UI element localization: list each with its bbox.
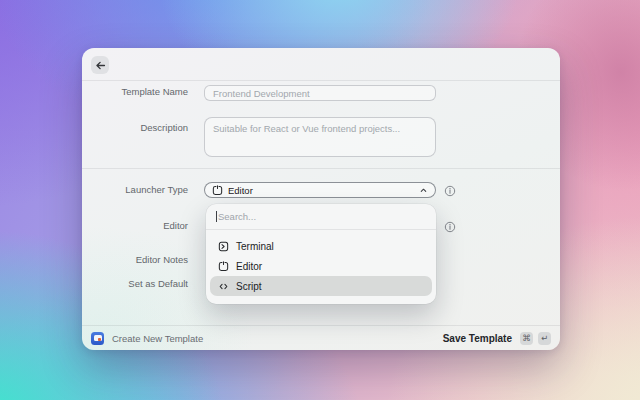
dropdown-option-script[interactable]: Script	[210, 276, 432, 296]
dropdown-options-list: Terminal Editor	[206, 230, 436, 302]
command-key-icon: ⌘	[520, 332, 533, 345]
script-icon	[218, 281, 229, 292]
command-title: Create New Template	[112, 333, 203, 344]
editor-icon	[218, 261, 229, 272]
save-template-label: Save Template	[443, 333, 512, 344]
launcher-type-select[interactable]: Editor	[204, 182, 436, 198]
text-caret	[216, 211, 217, 222]
description-label: Description	[92, 122, 188, 134]
back-button[interactable]	[91, 56, 109, 74]
editor-info-icon[interactable]	[444, 219, 456, 231]
search-placeholder: Search...	[218, 211, 256, 222]
return-key-icon: ↵	[538, 332, 551, 345]
set-as-default-label: Set as Default	[92, 278, 188, 290]
option-label: Editor	[236, 261, 262, 272]
app-icon	[91, 332, 104, 345]
description-input[interactable]	[204, 117, 436, 157]
editor-icon	[212, 185, 223, 196]
terminal-icon	[218, 241, 229, 252]
editor-label: Editor	[92, 220, 188, 232]
dropdown-option-terminal[interactable]: Terminal	[210, 236, 432, 256]
header-divider	[82, 80, 560, 81]
dialog-window: Template Name Description Launcher Type …	[82, 48, 560, 350]
chevron-up-icon	[419, 186, 428, 195]
section-divider	[82, 168, 560, 169]
launcher-type-value: Editor	[228, 185, 253, 196]
desktop-background: Template Name Description Launcher Type …	[0, 0, 640, 400]
footer-bar: Create New Template Save Template ⌘ ↵	[82, 326, 560, 350]
arrow-left-icon	[95, 60, 106, 71]
option-label: Script	[236, 281, 262, 292]
template-name-label: Template Name	[92, 86, 188, 98]
launcher-type-dropdown: Search... Terminal	[206, 204, 436, 304]
option-label: Terminal	[236, 241, 274, 252]
dropdown-search-input[interactable]: Search...	[206, 204, 436, 230]
template-name-input[interactable]	[204, 85, 436, 101]
dropdown-option-editor[interactable]: Editor	[210, 256, 432, 276]
launcher-type-info-icon[interactable]	[444, 183, 456, 195]
editor-notes-label: Editor Notes	[92, 254, 188, 266]
launcher-type-label: Launcher Type	[92, 184, 188, 196]
save-template-button[interactable]: Save Template ⌘ ↵	[443, 332, 551, 345]
